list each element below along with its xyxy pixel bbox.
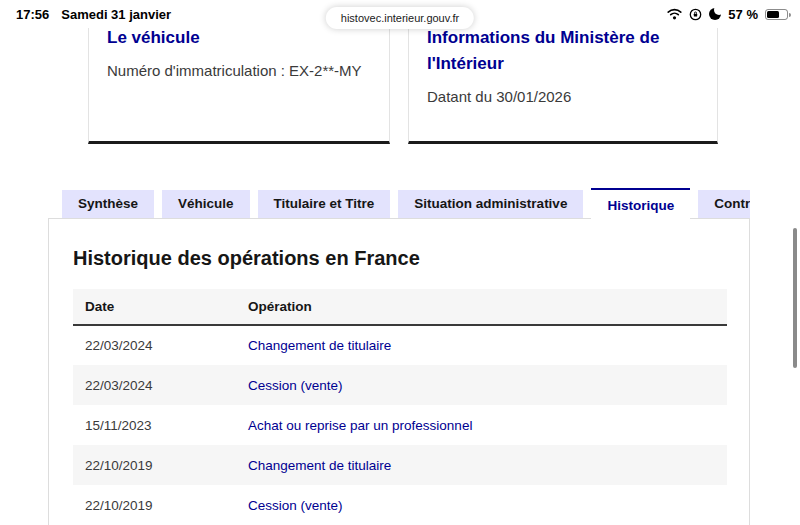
- tab-vehicule[interactable]: Véhicule: [162, 190, 250, 218]
- column-header-date: Date: [73, 289, 236, 325]
- tab-controles-techniques[interactable]: Contrôles techniques: [698, 190, 750, 218]
- operation-link[interactable]: Changement de titulaire: [248, 458, 391, 473]
- date-cell: 22/03/2024: [73, 365, 236, 405]
- tab-synthese[interactable]: Synthèse: [62, 190, 154, 218]
- moon-icon: [709, 8, 721, 20]
- battery-percent-label: 57 %: [728, 7, 758, 22]
- status-left: 17:56 Samedi 31 janvier: [16, 7, 171, 22]
- table-row: 22/03/2024 Cession (vente): [73, 365, 727, 405]
- table-row: 22/03/2024 Changement de titulaire: [73, 325, 727, 365]
- table-header-row: Date Opération: [73, 289, 727, 325]
- status-date: Samedi 31 janvier: [61, 7, 171, 22]
- date-cell: 15/11/2023: [73, 405, 236, 445]
- table-row: 15/11/2023 Achat ou reprise par un profe…: [73, 405, 727, 445]
- ministry-card-body: Datant du 30/01/2026: [427, 86, 699, 108]
- wifi-icon: [667, 8, 682, 20]
- column-header-operation: Opération: [236, 289, 727, 325]
- ministry-card-title: Informations du Ministère de l'Intérieur: [427, 25, 699, 77]
- operation-link[interactable]: Cession (vente): [248, 378, 343, 393]
- tab-bar: Synthèse Véhicule Titulaire et Titre Sit…: [48, 188, 750, 222]
- tab-situation-administrative[interactable]: Situation administrative: [398, 190, 583, 218]
- table-row: 22/10/2019 Changement de titulaire: [73, 445, 727, 485]
- date-cell: 22/10/2019: [73, 485, 236, 525]
- vehicle-card-title: Le véhicule: [107, 25, 371, 51]
- battery-fill: [767, 11, 779, 18]
- section-title: Historique des opérations en France: [73, 245, 725, 271]
- clock: 17:56: [16, 7, 49, 22]
- tab-historique[interactable]: Historique: [591, 188, 690, 222]
- history-table: Date Opération 22/03/2024 Changement de …: [73, 289, 727, 525]
- url-text: histovec.interieur.gouv.fr: [341, 12, 459, 24]
- url-bar[interactable]: histovec.interieur.gouv.fr: [326, 7, 474, 29]
- status-right: 57 %: [667, 7, 788, 22]
- date-cell: 22/10/2019: [73, 445, 236, 485]
- tab-panel: Historique des opérations en France Date…: [48, 218, 750, 525]
- battery-icon: [765, 9, 788, 20]
- table-row: 22/10/2019 Cession (vente): [73, 485, 727, 525]
- operation-link[interactable]: Achat ou reprise par un professionnel: [248, 418, 472, 433]
- vehicle-card-body: Numéro d'immatriculation : EX-2**-MY: [107, 60, 371, 82]
- date-cell: 22/03/2024: [73, 325, 236, 365]
- scrollbar-thumb[interactable]: [793, 228, 797, 368]
- tab-titulaire-et-titre[interactable]: Titulaire et Titre: [258, 190, 391, 218]
- operation-link[interactable]: Changement de titulaire: [248, 338, 391, 353]
- orientation-lock-icon: [689, 8, 702, 21]
- ipad-screen: Le véhicule Numéro d'immatriculation : E…: [0, 0, 800, 525]
- operation-link[interactable]: Cession (vente): [248, 498, 343, 513]
